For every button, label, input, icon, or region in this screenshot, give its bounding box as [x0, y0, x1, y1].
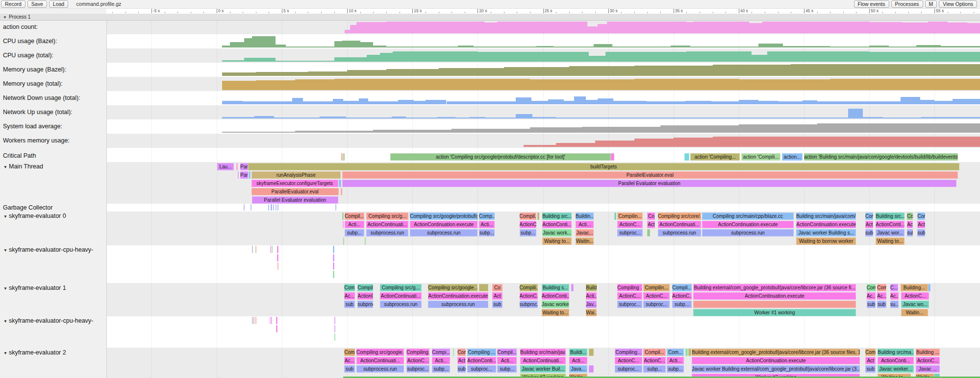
trace-event-bar[interactable]: ActionContinuati...	[520, 357, 566, 364]
trace-event-bar[interactable]: subp...	[497, 365, 517, 373]
trace-event-bar[interactable]: Java...	[569, 365, 587, 373]
trace-event-bar[interactable]: subprocess.run	[380, 301, 422, 308]
trace-event-bar[interactable]: Ac...	[344, 357, 355, 364]
trace-event-bar[interactable]: subproc...	[615, 365, 642, 373]
trace-event-bar[interactable]: Act	[457, 357, 466, 364]
trace-event-bar[interactable]: Compiling src/g...	[366, 213, 409, 220]
trace-event-bar[interactable]: Act	[492, 292, 503, 300]
trace-event-bar[interactable]: Compili...	[520, 284, 538, 291]
trace-event-bar[interactable]: Compiling src/core/...	[658, 213, 701, 220]
trace-event-bar[interactable]: Compiling src/g...	[380, 284, 422, 291]
trace-event-bar[interactable]: Com	[457, 349, 466, 356]
trace-event-bar[interactable]: Building ...	[916, 349, 940, 356]
trace-event-bar[interactable]: subprocess.run	[658, 229, 701, 236]
trace-event-bar[interactable]	[589, 349, 594, 356]
trace-event-bar[interactable]: Com	[865, 349, 876, 356]
collapse-arrow-icon[interactable]: ▼	[3, 15, 7, 20]
trace-event-bar[interactable]: Buildi...	[569, 349, 587, 356]
trace-event-bar[interactable]: ActionContinuati...	[658, 221, 701, 228]
trace-event-bar[interactable]: action...	[782, 153, 803, 161]
trace-event-bar[interactable]: subproc...	[467, 365, 496, 373]
trace-event-bar[interactable]: sub	[877, 301, 886, 308]
trace-event-bar[interactable]: ActionContinuation.execute	[410, 221, 477, 228]
trace-event-bar[interactable]	[341, 188, 342, 195]
trace-event-bar[interactable]: Waiting to...	[542, 309, 569, 316]
trace-event-bar[interactable]: Com	[867, 284, 876, 291]
trace-event-bar[interactable]	[251, 204, 251, 211]
trace-event-bar[interactable]: Javac...	[576, 229, 594, 236]
trace-event-bar[interactable]: Building external/com_google_protobuf/ja…	[693, 284, 856, 291]
trace-event-bar[interactable]: su...	[890, 301, 899, 308]
trace-event-bar[interactable]: Ac...	[890, 292, 899, 300]
collapse-arrow-icon[interactable]: ▼	[2, 286, 9, 291]
trace-event-bar[interactable]	[276, 325, 277, 332]
trace-event-bar[interactable]: ActionContinuation.execute	[692, 357, 860, 364]
trace-event-bar[interactable]: Act	[865, 357, 876, 364]
trace-event-bar[interactable]	[334, 325, 336, 332]
track-label-skyframe-evaluator-cpu-heavy[interactable]: ▼skyframe-evaluator-cpu-heavy-	[2, 246, 93, 253]
trace-event-bar[interactable]: Building s...	[542, 284, 569, 291]
trace-event-bar[interactable]: ActionConti...	[542, 221, 572, 228]
trace-event-bar[interactable]: Compilin...	[643, 284, 669, 291]
trace-event-bar[interactable]	[238, 171, 239, 179]
timeline-ruler[interactable]: -5 s0 s5 s10 s15 s20 s25 s30 s35 s40 s45…	[0, 8, 980, 14]
trace-event-bar[interactable]: Javac work...	[542, 229, 572, 236]
trace-event-bar[interactable]: C...	[890, 284, 898, 291]
trace-event-bar[interactable]: Par	[240, 163, 248, 170]
trace-event-bar[interactable]: ActionContinuation.execute	[796, 221, 856, 228]
trace-event-bar[interactable]: subp...	[672, 301, 692, 308]
trace-event-bar[interactable]: Compiling src/main/cpp/blaze.cc	[702, 213, 793, 220]
trace-event-bar[interactable]: sub	[865, 229, 873, 236]
trace-event-bar[interactable]: Comp...	[479, 213, 495, 220]
trace-event-bar[interactable]: sub	[457, 365, 466, 373]
trace-event-bar[interactable]: Building src...	[876, 213, 905, 220]
trace-event-bar[interactable]: subp...	[643, 365, 665, 373]
trace-event-bar[interactable]: Compilin...	[617, 213, 643, 220]
trace-event-bar[interactable]	[342, 213, 344, 220]
trace-event-bar[interactable]: Com	[877, 284, 886, 291]
trace-event-bar[interactable]: sub	[917, 229, 925, 236]
trace-event-bar[interactable]: Acti...	[479, 221, 495, 228]
trace-event-bar[interactable]: Compiling ...	[617, 284, 642, 291]
trace-event-bar[interactable]	[339, 180, 341, 187]
trace-event-bar[interactable]	[647, 229, 650, 236]
trace-event-bar[interactable]: Parallel Evaluator evaluation	[252, 196, 338, 204]
trace-event-bar[interactable]	[253, 317, 254, 324]
track-label-main-thread[interactable]: ▼Main Thread	[2, 163, 43, 170]
trace-event-bar[interactable]: Javac worker Building external/com_googl…	[692, 365, 860, 373]
trace-event-bar[interactable]: Jav...	[586, 301, 596, 308]
trace-event-bar[interactable]: Com	[865, 213, 873, 220]
trace-event-bar[interactable]: sub	[344, 365, 355, 373]
collapse-arrow-icon[interactable]: ▼	[2, 319, 9, 324]
trace-event-bar[interactable]: Compil...	[672, 284, 692, 291]
trace-event-bar[interactable]: Ac...	[867, 292, 876, 300]
trace-event-bar[interactable]	[537, 213, 539, 220]
trace-event-bar[interactable]	[252, 246, 253, 253]
view-options-button[interactable]: View Options	[939, 0, 977, 8]
trace-event-bar[interactable]: ActionC...	[916, 357, 940, 364]
flow-events-button[interactable]: Flow events	[854, 0, 889, 8]
trace-event-bar[interactable]	[334, 333, 336, 341]
collapse-arrow-icon[interactable]: ▼	[2, 214, 9, 219]
trace-event-bar[interactable]: Acti...	[586, 292, 596, 300]
track-label-garbage-collector[interactable]: Garbage Collector	[2, 204, 52, 211]
trace-event-bar[interactable]: skyframeExecutor.configureTargets	[251, 180, 338, 187]
trace-event-bar[interactable]: ActionC...	[617, 221, 643, 228]
trace-event-bar[interactable]: Compiling src/google...	[428, 284, 477, 291]
trace-event-bar[interactable]: Com	[917, 213, 925, 220]
track-label-skyframe-evaluator-0[interactable]: ▼skyframe-evaluator 0	[2, 213, 66, 219]
trace-event-bar[interactable]: Javac wo...	[901, 301, 929, 308]
trace-event-bar[interactable]: subproc...	[643, 301, 669, 308]
trace-event-bar[interactable]: Javac worker...	[878, 365, 913, 373]
trace-event-bar[interactable]	[479, 284, 488, 291]
trace-event-bar[interactable]	[688, 349, 691, 356]
trace-event-bar[interactable]: Act	[907, 221, 913, 228]
trace-event-bar[interactable]	[611, 153, 614, 161]
trace-event-bar[interactable]: Lau...	[217, 163, 233, 170]
trace-event-bar[interactable]: Co	[907, 213, 913, 220]
trace-event-bar[interactable]: subprocess.run	[410, 229, 477, 236]
trace-event-bar[interactable]: Co	[492, 284, 503, 291]
trace-event-bar[interactable]: subproc...	[617, 229, 643, 236]
trace-event-bar[interactable]: subproc...	[520, 301, 538, 308]
trace-event-bar[interactable]: Wai...	[586, 309, 596, 316]
